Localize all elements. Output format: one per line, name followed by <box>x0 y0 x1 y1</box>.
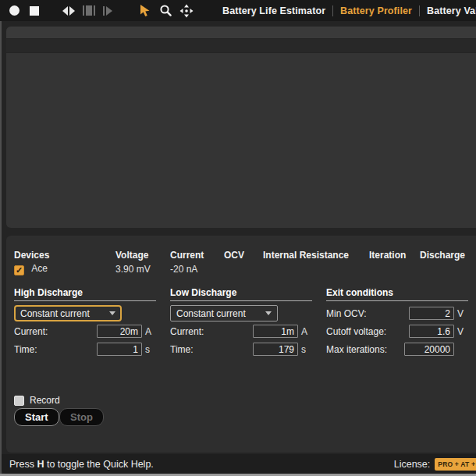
field-unit: V <box>457 326 468 337</box>
low-time-field: Time: s <box>170 343 312 356</box>
play-triangle <box>106 6 112 16</box>
col-header-internal-resistance: Internal Resistance <box>263 250 349 261</box>
high-time-input[interactable] <box>97 343 142 356</box>
field-label: Cutoff voltage: <box>326 326 409 337</box>
bar <box>86 5 92 16</box>
col-header-ocv: OCV <box>224 250 244 261</box>
cutoff-voltage-field: Cutoff voltage: V <box>326 325 468 338</box>
selected-option: Constant current <box>20 308 109 319</box>
low-discharge-mode-select[interactable]: Constant current <box>170 305 278 321</box>
high-discharge-mode-select[interactable]: Constant current <box>14 305 122 321</box>
low-current-input[interactable] <box>253 325 298 338</box>
field-unit: A <box>145 326 156 337</box>
graph-plot-area[interactable] <box>6 53 476 227</box>
device-checkbox[interactable]: ✓ <box>14 265 24 275</box>
exit-conditions-title: Exit conditions <box>326 287 468 301</box>
record-option[interactable]: Record <box>14 395 60 406</box>
mode-tabs: Battery Life Estimator Battery Profiler … <box>215 5 476 16</box>
field-label: Max iterations: <box>326 344 404 355</box>
record-label: Record <box>30 395 60 406</box>
col-header-voltage: Voltage <box>115 250 148 261</box>
chevron-down-icon <box>265 311 272 315</box>
window-left-edge <box>0 21 2 476</box>
low-current-field: Current: A <box>170 325 312 338</box>
left-triangle <box>62 6 68 16</box>
pan-tool-icon[interactable] <box>179 4 194 18</box>
quick-help-hint: Press H to toggle the Quick Help. <box>9 459 154 470</box>
min-ocv-field: Min OCV: V <box>326 307 468 320</box>
max-iterations-input[interactable] <box>404 343 454 356</box>
split-view-icon[interactable] <box>83 5 95 16</box>
magnifier <box>159 4 172 17</box>
right-triangle <box>69 6 75 16</box>
col-header-devices: Devices <box>14 250 49 261</box>
tab-battery-life-estimator[interactable]: Battery Life Estimator <box>215 5 332 16</box>
license-badge[interactable]: PRO + AT + B <box>435 458 476 471</box>
field-label: Current: <box>170 326 253 337</box>
record-checkbox[interactable] <box>14 396 24 406</box>
main-toolbar: Battery Life Estimator Battery Profiler … <box>0 0 476 21</box>
field-unit: s <box>301 344 312 355</box>
high-discharge-title: High Discharge <box>14 287 156 301</box>
field-unit: A <box>301 326 312 337</box>
bar <box>83 5 84 16</box>
pointer-tool-group <box>139 4 194 18</box>
zoom-tool-icon[interactable] <box>159 4 172 17</box>
device-current-value: -20 nA <box>170 264 197 275</box>
profiler-panel: Devices Voltage Current OCV Internal Res… <box>6 236 476 453</box>
table-row: ✓ Ace <box>14 263 48 275</box>
high-current-field: Current: A <box>14 325 156 338</box>
col-header-iteration: Iteration <box>369 250 406 261</box>
graph-header-strip[interactable] <box>6 27 476 39</box>
device-name: Ace <box>31 263 48 274</box>
max-iterations-field: Max iterations: <box>326 343 468 356</box>
collapse-horizontal-icon[interactable] <box>62 6 75 16</box>
stop-icon <box>30 6 39 16</box>
col-header-discharge: Discharge <box>420 250 465 261</box>
view-tool-group <box>62 5 112 16</box>
graph-toolbar-strip <box>6 39 476 53</box>
bar <box>94 5 95 16</box>
min-ocv-input[interactable] <box>409 307 454 320</box>
field-label: Time: <box>170 344 253 355</box>
select-tool-icon[interactable] <box>139 4 152 18</box>
stop-button[interactable] <box>20 6 39 16</box>
license-label: License: <box>394 459 431 470</box>
cutoff-voltage-input[interactable] <box>409 325 454 338</box>
bar <box>103 6 105 16</box>
device-voltage-value: 3.90 mV <box>115 264 151 275</box>
high-current-input[interactable] <box>97 325 142 338</box>
graph-panel <box>6 27 476 228</box>
status-bar: Press H to toggle the Quick Help. Licens… <box>2 454 476 474</box>
app-window: Battery Life Estimator Battery Profiler … <box>0 0 476 476</box>
low-discharge-title: Low Discharge <box>170 287 312 301</box>
tab-battery-profiler[interactable]: Battery Profiler <box>333 5 419 16</box>
tab-battery-validator[interactable]: Battery Valid <box>420 5 476 16</box>
field-unit: V <box>457 308 468 319</box>
step-forward-icon[interactable] <box>103 6 112 16</box>
field-label: Min OCV: <box>326 308 409 319</box>
field-label: Current: <box>14 326 97 337</box>
chevron-down-icon <box>109 311 115 315</box>
stop-button[interactable]: Stop <box>59 408 104 426</box>
record-button[interactable] <box>9 5 20 16</box>
selected-option: Constant current <box>176 308 265 319</box>
low-time-input[interactable] <box>253 343 298 356</box>
start-button[interactable]: Start <box>14 408 59 426</box>
field-label: Time: <box>14 344 97 355</box>
col-header-current: Current <box>170 250 204 261</box>
move-cross <box>179 4 194 18</box>
record-icon <box>9 5 20 16</box>
field-unit: s <box>145 344 156 355</box>
cursor-arrow <box>139 4 152 18</box>
high-time-field: Time: s <box>14 343 156 356</box>
